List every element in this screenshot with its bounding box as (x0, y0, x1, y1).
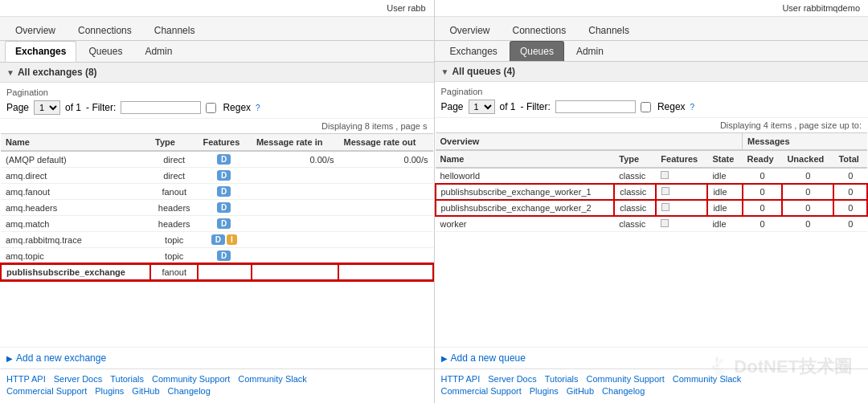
left-footer-community-slack[interactable]: Community Slack (238, 374, 307, 384)
right-footer-github[interactable]: GitHub (567, 386, 594, 396)
right-row-total: 0 (833, 168, 867, 184)
left-tab-channels[interactable]: Channels (144, 20, 206, 40)
left-footer-row2: Commercial Support Plugins GitHub Change… (6, 386, 428, 396)
left-table-row[interactable]: publishsubscribe_exchangefanout (1, 264, 433, 280)
left-row-type: fanout (150, 184, 198, 200)
left-row-features: D (198, 216, 251, 232)
left-row-rate-in (252, 200, 339, 216)
right-row-unacked: 0 (782, 184, 833, 200)
right-tab-connections[interactable]: Connections (502, 20, 577, 40)
right-page-select[interactable]: 1 (469, 100, 495, 114)
right-row-state: idle (707, 200, 742, 216)
right-row-type: classic (614, 200, 656, 216)
right-footer-commercial-support[interactable]: Commercial Support (441, 386, 522, 396)
left-row-features: D (198, 151, 251, 168)
right-table-row[interactable]: publishsubscribe_exchange_worker_2classi… (436, 200, 868, 216)
left-footer-changelog[interactable]: Changelog (168, 386, 211, 396)
right-table-row[interactable]: helloworldclassicidle000 (436, 168, 868, 184)
right-filter-input[interactable] (555, 100, 636, 113)
left-col-features: Features (198, 134, 251, 152)
right-col-group-overview: Overview (436, 133, 743, 151)
left-row-features: D (198, 168, 251, 184)
left-add-exchange-link[interactable]: ▶ Add a new exchange (6, 352, 428, 364)
right-row-ready: 0 (743, 216, 783, 232)
left-table-row[interactable]: (AMQP default)directD0.00/s0.00/s (1, 151, 433, 168)
left-row-rate-out (338, 168, 432, 184)
left-footer-commercial-support[interactable]: Commercial Support (6, 386, 87, 396)
right-footer-tutorials[interactable]: Tutorials (545, 374, 579, 384)
right-tab-overview[interactable]: Overview (440, 20, 501, 40)
right-row-state: idle (707, 168, 742, 184)
left-tab-admin[interactable]: Admin (134, 41, 182, 62)
left-regex-label: Regex (223, 102, 251, 113)
left-table-row[interactable]: amq.directdirectD (1, 168, 433, 184)
right-row-name: helloworld (436, 168, 615, 184)
right-pagination-controls: Page 1 of 1 - Filter: Regex ? (441, 100, 862, 114)
right-row-name: publishsubscribe_exchange_worker_1 (436, 184, 615, 200)
right-row-ready: 0 (743, 200, 783, 216)
left-table-row[interactable]: amq.fanoutfanoutD (1, 184, 433, 200)
left-row-type: direct (150, 151, 198, 168)
right-table-row[interactable]: workerclassicidle000 (436, 216, 868, 232)
right-tab-exchanges[interactable]: Exchanges (440, 41, 508, 61)
right-col-state: State (707, 150, 742, 168)
right-regex-help[interactable]: ? (690, 103, 695, 112)
left-table-row[interactable]: amq.topictopicD (1, 248, 433, 265)
right-col-total: Total (833, 150, 867, 168)
left-footer-server-docs[interactable]: Server Docs (54, 374, 103, 384)
left-footer-plugins[interactable]: Plugins (95, 386, 124, 396)
right-footer-community-support[interactable]: Community Support (587, 374, 665, 384)
right-add-link-text: Add a new queue (451, 352, 526, 364)
left-row-name: amq.rabbitmq.trace (1, 232, 150, 248)
right-regex-checkbox[interactable] (641, 102, 651, 112)
right-footer-http-api[interactable]: HTTP API (441, 374, 481, 384)
right-table-row[interactable]: publishsubscribe_exchange_worker_1classi… (436, 184, 868, 200)
left-tab-exchanges[interactable]: Exchanges (5, 41, 76, 62)
left-footer-tutorials[interactable]: Tutorials (110, 374, 144, 384)
right-row-features (656, 184, 707, 200)
left-row-features: D (198, 248, 251, 265)
right-displaying-text: Displaying 4 items , page size up to: (435, 118, 869, 132)
right-tab-channels[interactable]: Channels (578, 20, 640, 40)
right-queues-table: Overview Messages Name Type Features Sta… (435, 132, 869, 232)
left-regex-checkbox[interactable] (206, 103, 216, 113)
left-filter-input[interactable] (121, 101, 201, 114)
left-footer-github[interactable]: GitHub (132, 386, 159, 396)
left-row-rate-in (252, 248, 339, 265)
left-table-area: Name Type Features Message rate in Messa… (0, 133, 434, 347)
left-footer-http-api[interactable]: HTTP API (6, 374, 46, 384)
right-row-state: idle (707, 184, 742, 200)
left-regex-help[interactable]: ? (256, 104, 260, 112)
right-row-total: 0 (833, 184, 867, 200)
right-row-ready: 0 (743, 184, 783, 200)
left-footer-community-support[interactable]: Community Support (152, 374, 230, 384)
left-row-name: amq.direct (1, 168, 150, 184)
right-row-state: idle (707, 216, 742, 232)
left-add-exchange-area: ▶ Add a new exchange (0, 347, 434, 368)
left-col-type: Type (150, 134, 198, 152)
right-page-label: Page (441, 101, 464, 112)
right-footer-changelog[interactable]: Changelog (602, 386, 645, 396)
left-row-rate-out (338, 232, 432, 248)
left-page-select[interactable]: 1 (34, 100, 60, 115)
right-col-type: Type (614, 150, 656, 168)
right-add-queue-link[interactable]: ▶ Add a new queue (441, 352, 862, 364)
right-tab-admin[interactable]: Admin (566, 41, 614, 61)
left-table-row[interactable]: amq.headersheadersD (1, 200, 433, 216)
left-tab-overview[interactable]: Overview (5, 20, 66, 40)
left-tab-connections[interactable]: Connections (68, 20, 142, 40)
right-footer-plugins[interactable]: Plugins (530, 386, 559, 396)
left-table-row[interactable]: amq.matchheadersD (1, 216, 433, 232)
right-row-name: publishsubscribe_exchange_worker_2 (436, 200, 615, 216)
right-footer-server-docs[interactable]: Server Docs (488, 374, 537, 384)
right-add-queue-area: ▶ Add a new queue (435, 347, 869, 368)
left-table-row[interactable]: amq.rabbitmq.tracetopicDI (1, 232, 433, 248)
left-row-rate-in (252, 264, 339, 280)
left-tab-queues[interactable]: Queues (78, 41, 133, 62)
left-row-rate-in: 0.00/s (252, 151, 339, 168)
right-pagination-label: Pagination (441, 87, 862, 96)
left-exchanges-table: Name Type Features Message rate in Messa… (0, 133, 434, 281)
left-row-type: headers (150, 216, 198, 232)
right-footer-community-slack[interactable]: Community Slack (673, 374, 742, 384)
right-tab-queues[interactable]: Queues (510, 41, 564, 61)
